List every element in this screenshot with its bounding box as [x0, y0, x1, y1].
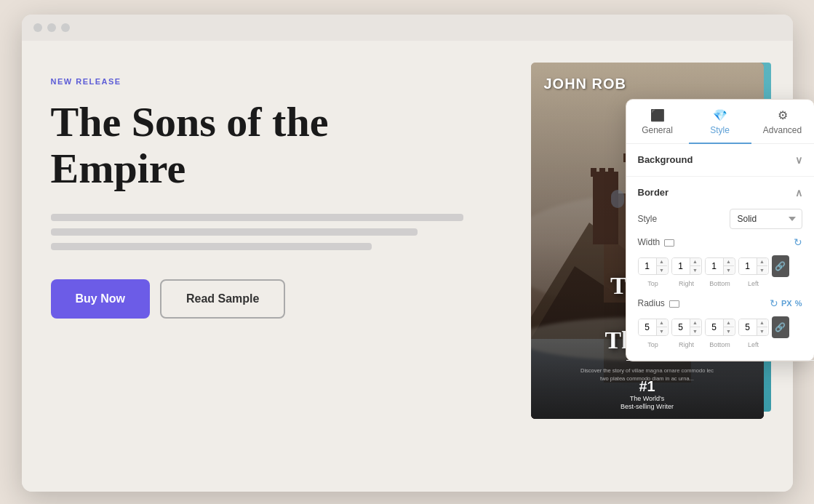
background-label: Background — [638, 154, 693, 165]
book-badge: #1 The World'sBest-selling Writer — [531, 378, 764, 412]
width-bottom-input[interactable] — [706, 258, 723, 274]
traffic-light-maximize[interactable] — [61, 23, 70, 32]
tab-style-label: Style — [710, 125, 730, 135]
button-group: Buy Now Read Sample — [51, 279, 509, 319]
background-section-header[interactable]: Background ∨ — [626, 144, 814, 176]
width-right-label: Right — [671, 280, 702, 287]
radius-bottom-up[interactable]: ▲ — [724, 319, 734, 327]
radius-left-label: Left — [738, 341, 769, 348]
tab-general[interactable]: ⬛ General — [626, 100, 689, 144]
px-label[interactable]: PX — [781, 299, 792, 308]
tab-style[interactable]: 💎 Style — [689, 100, 751, 144]
width-left-spinner: ▲ ▼ — [738, 257, 769, 275]
border-width-label-group: Width — [638, 237, 675, 247]
pct-label[interactable]: % — [795, 299, 802, 308]
width-right-input[interactable] — [672, 258, 690, 274]
radius-bottom-spinner: ▲ ▼ — [705, 319, 735, 336]
book-info-section: NEW RELEASE The Sons of the Empire Buy N… — [51, 63, 509, 319]
border-radius-label-group: Radius — [638, 298, 679, 308]
badge-text: The World'sBest-selling Writer — [531, 395, 764, 412]
width-bottom-spinner: ▲ ▼ — [705, 257, 735, 275]
width-top-up[interactable]: ▲ — [657, 258, 667, 266]
radius-spinner-labels: Top Right Bottom Left — [638, 341, 802, 348]
description-placeholder — [51, 214, 509, 250]
width-left-down[interactable]: ▼ — [757, 266, 767, 274]
radius-top-spinner: ▲ ▼ — [638, 319, 669, 336]
border-radius-row: Radius ↻ PX % — [638, 297, 802, 309]
width-bottom-label: Bottom — [705, 280, 735, 287]
radius-bottom-arrows: ▲ ▼ — [723, 319, 734, 335]
border-width-label: Width — [638, 237, 661, 247]
width-top-input[interactable] — [639, 258, 656, 274]
monitor-icon — [664, 239, 674, 247]
width-bottom-arrows: ▲ ▼ — [723, 258, 734, 274]
border-section-content: Style Solid Dashed Dotted None Width — [626, 209, 814, 360]
border-radius-label: Radius — [638, 298, 665, 308]
px-percent-group: ↻ PX % — [770, 297, 802, 309]
panel-tabs: ⬛ General 💎 Style ⚙ Advanced — [626, 100, 814, 144]
radius-left-up[interactable]: ▲ — [757, 319, 767, 327]
border-label: Border — [638, 187, 669, 198]
width-top-arrows: ▲ ▼ — [656, 258, 667, 274]
width-top-spinner: ▲ ▼ — [638, 257, 669, 275]
radius-bottom-label: Bottom — [705, 341, 735, 348]
browser-titlebar — [22, 15, 793, 41]
read-sample-button[interactable]: Read Sample — [160, 279, 285, 319]
text-line-2 — [51, 228, 418, 236]
refresh-icon-2[interactable]: ↻ — [770, 297, 778, 309]
width-bottom-up[interactable]: ▲ — [724, 258, 734, 266]
border-style-row: Style Solid Dashed Dotted None — [638, 209, 802, 229]
radius-right-input[interactable] — [672, 319, 690, 335]
book-author-text: JOHN ROB — [544, 76, 627, 92]
new-release-label: NEW RELEASE — [51, 77, 509, 86]
width-top-down[interactable]: ▼ — [657, 266, 667, 274]
width-bottom-down[interactable]: ▼ — [724, 266, 734, 274]
radius-right-up[interactable]: ▲ — [690, 319, 701, 327]
radius-bottom-down[interactable]: ▼ — [724, 327, 734, 335]
radius-link-button[interactable]: 🔗 — [772, 316, 789, 338]
width-link-button[interactable]: 🔗 — [772, 255, 789, 277]
radius-top-arrows: ▲ ▼ — [656, 319, 667, 335]
radius-top-input[interactable] — [639, 319, 656, 335]
background-section: Background ∨ — [626, 144, 814, 177]
text-line-1 — [51, 214, 463, 221]
width-left-label: Left — [738, 280, 769, 287]
tab-general-label: General — [642, 125, 673, 135]
browser-content: NEW RELEASE The Sons of the Empire Buy N… — [22, 41, 793, 492]
border-section-header[interactable]: Border ∧ — [626, 177, 814, 209]
book-title: The Sons of the Empire — [51, 99, 509, 192]
browser-window: NEW RELEASE The Sons of the Empire Buy N… — [22, 15, 793, 492]
width-right-arrows: ▲ ▼ — [690, 258, 701, 274]
monitor-icon-2 — [669, 300, 679, 308]
traffic-light-minimize[interactable] — [47, 23, 56, 32]
border-style-select[interactable]: Solid Dashed Dotted None — [730, 209, 802, 229]
radius-left-spinner: ▲ ▼ — [738, 319, 769, 336]
width-label-spacer — [772, 280, 789, 287]
border-chevron-up: ∧ — [795, 187, 802, 199]
width-left-input[interactable] — [739, 258, 757, 274]
radius-left-down[interactable]: ▼ — [757, 327, 767, 335]
width-right-down[interactable]: ▼ — [690, 266, 701, 274]
radius-left-input[interactable] — [739, 319, 757, 335]
width-top-label: Top — [638, 280, 669, 287]
badge-number: #1 — [531, 378, 764, 395]
style-icon: 💎 — [713, 108, 727, 122]
width-spinners-row: ▲ ▼ ▲ ▼ — [638, 255, 802, 277]
width-left-up[interactable]: ▲ — [757, 258, 767, 266]
width-right-up[interactable]: ▲ — [690, 258, 701, 266]
radius-left-arrows: ▲ ▼ — [757, 319, 767, 335]
radius-bottom-input[interactable] — [706, 319, 723, 335]
refresh-icon[interactable]: ↻ — [794, 236, 802, 248]
book-title-line1: The Sons of the — [51, 98, 329, 145]
buy-now-button[interactable]: Buy Now — [51, 279, 150, 319]
radius-top-up[interactable]: ▲ — [657, 319, 667, 327]
tab-advanced[interactable]: ⚙ Advanced — [751, 100, 814, 144]
width-right-spinner: ▲ ▼ — [671, 257, 702, 275]
radius-top-down[interactable]: ▼ — [657, 327, 667, 335]
border-style-label: Style — [638, 214, 658, 224]
tab-advanced-label: Advanced — [763, 125, 802, 135]
radius-right-down[interactable]: ▼ — [690, 327, 701, 335]
border-width-row: Width ↻ — [638, 236, 802, 248]
traffic-light-close[interactable] — [33, 23, 42, 32]
radius-right-label: Right — [671, 341, 702, 348]
